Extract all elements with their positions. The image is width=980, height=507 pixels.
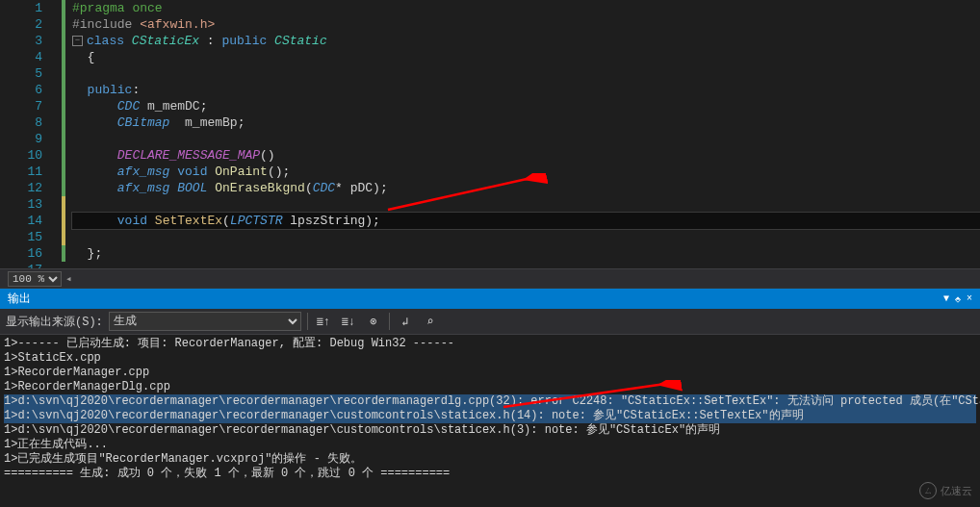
output-line[interactable]: 1>d:\svn\qj2020\recordermanager\recorder… [4,394,976,409]
line-number-gutter: 1234567891011121314151617 [0,0,58,268]
output-line[interactable]: 1>StaticEx.cpp [4,351,976,366]
code-content[interactable]: #pragma once#include <afxwin.h>−class CS… [72,0,980,268]
code-line[interactable]: public: [72,82,980,98]
code-editor[interactable]: 1234567891011121314151617 #pragma once#i… [0,0,980,289]
zoom-select[interactable]: 100 % [8,271,62,287]
output-source-label: 显示输出来源(S): [6,314,103,330]
output-line[interactable]: 1>RecorderManagerDlg.cpp [4,380,976,394]
code-line[interactable]: CBitmap m_memBp; [72,114,980,131]
output-line[interactable]: 1>正在生成代码... [4,438,976,452]
find-icon[interactable]: ⌕ [421,312,440,331]
output-panel-titlebar: 输出 ▼ ⬘ × [0,289,980,309]
output-line[interactable]: 1>RecorderManager.cpp [4,366,976,380]
output-line[interactable]: 1>d:\svn\qj2020\recordermanager\recorder… [4,423,976,438]
code-line[interactable] [72,229,980,245]
panel-close-icon[interactable]: × [967,293,972,305]
toggle-wrap-icon[interactable]: ↲ [396,312,415,331]
code-line[interactable]: #pragma once [72,0,980,16]
prev-message-icon[interactable]: ≣↑ [314,312,333,331]
code-line[interactable] [72,196,980,213]
output-toolbar: 显示输出来源(S): 生成 ≣↑ ≣↓ ⊗ ↲ ⌕ [0,309,980,335]
code-line[interactable]: void SetTextEx(LPCTSTR lpszString); [72,213,980,229]
panel-pin-icon[interactable]: ⬘ [955,293,961,305]
clear-all-icon[interactable]: ⊗ [364,312,383,331]
code-line[interactable]: { [72,49,980,65]
change-markers [58,0,72,268]
code-line[interactable]: CDC m_memDC; [72,98,980,114]
next-message-icon[interactable]: ≣↓ [339,312,358,331]
code-line[interactable]: DECLARE_MESSAGE_MAP() [72,147,980,164]
panel-dropdown-icon[interactable]: ▼ [943,293,949,305]
output-panel-title: 输出 [8,291,31,307]
code-line[interactable]: −class CStaticEx : public CStatic [72,33,980,49]
output-text[interactable]: 1>------ 已启动生成: 项目: RecorderManager, 配置:… [0,335,980,488]
output-line[interactable]: 1>------ 已启动生成: 项目: RecorderManager, 配置:… [4,337,976,351]
nav-left-icon[interactable]: ◂ [65,272,72,285]
code-line[interactable] [72,262,980,268]
separator [389,313,390,330]
output-line[interactable]: 1>d:\svn\qj2020\recordermanager\recorder… [4,409,976,423]
code-line[interactable]: afx_msg void OnPaint(); [72,164,980,180]
code-line[interactable]: afx_msg BOOL OnEraseBkgnd(CDC* pDC); [72,180,980,196]
code-line[interactable] [72,131,980,147]
output-source-select[interactable]: 生成 [109,312,301,331]
output-panel: 输出 ▼ ⬘ × 显示输出来源(S): 生成 ≣↑ ≣↓ ⊗ ↲ ⌕ 1>---… [0,289,980,488]
output-line[interactable]: 1>已完成生成项目"RecorderManager.vcxproj"的操作 - … [4,452,976,467]
editor-status-bar: 100 % ◂ [0,268,980,288]
code-line[interactable] [72,65,980,82]
separator [307,313,308,330]
code-line[interactable]: #include <afxwin.h> [72,16,980,33]
output-line[interactable]: ========== 生成: 成功 0 个，失败 1 个，最新 0 个，跳过 0… [4,467,976,481]
code-line[interactable]: }; [72,245,980,262]
